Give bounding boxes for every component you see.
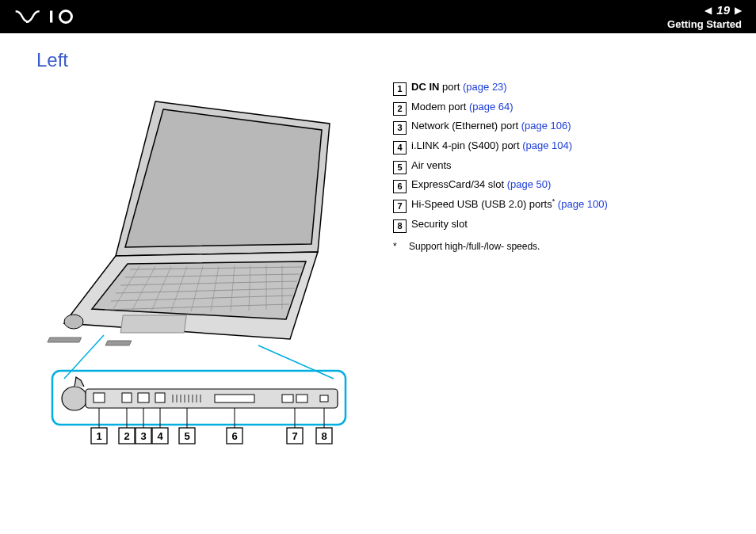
legend-item-7: 7 Hi-Speed USB (USB 2.0) ports* (page 10… [393,195,608,215]
callout-5: 5 [179,428,195,444]
svg-point-1 [60,11,72,23]
svg-text:2: 2 [124,430,129,442]
legend-item-1: 1 DC IN port (page 23) [393,78,608,97]
svg-text:5: 5 [184,430,189,442]
legend-item-6: 6 ExpressCard/34 slot (page 50) [393,175,608,195]
page-title: Left [36,49,393,71]
callout-4: 4 [152,428,168,444]
svg-rect-33 [155,393,165,402]
legend-list: 1 DC IN port (page 23) 2 Modem port (pag… [393,49,608,453]
legend-num: 8 [393,219,407,233]
legend-item-5: 5 Air vents [393,156,608,176]
vaio-logo [14,9,94,25]
page-link[interactable]: (page 106) [521,120,571,132]
callout-8: 8 [316,428,332,444]
page-link[interactable]: (page 50) [507,178,552,190]
svg-rect-0 [50,11,52,23]
svg-text:3: 3 [140,430,146,442]
svg-rect-43 [282,395,293,402]
svg-point-28 [62,387,87,410]
svg-text:8: 8 [321,430,326,442]
laptop-diagram: 1 2 3 4 5 6 7 8 [36,86,353,453]
page-link[interactable]: (page 23) [463,81,507,93]
svg-text:1: 1 [96,430,101,442]
legend-text: Air vents [411,156,452,176]
legend-item-3: 3 Network (Ethernet) port (page 106) [393,116,608,136]
legend-num: 2 [393,102,407,116]
page-nav: ◀ 19 ▶ [667,3,742,17]
legend-text: Hi-Speed USB (USB 2.0) ports* (page 100) [411,195,608,215]
svg-rect-24 [105,341,132,345]
section-label: Getting Started [667,18,742,30]
legend-num: 6 [393,180,407,193]
legend-num: 1 [393,82,407,96]
legend-text: Network (Ethernet) port (page 106) [411,116,571,136]
svg-rect-45 [320,395,328,402]
header-right: ◀ 19 ▶ Getting Started [667,3,742,30]
callout-7: 7 [287,428,303,444]
left-column: Left [36,49,393,453]
svg-text:7: 7 [292,430,297,442]
page-link[interactable]: (page 104) [522,139,572,151]
legend-num: 3 [393,121,407,135]
svg-line-26 [258,345,334,379]
legend-text: i.LINK 4-pin (S400) port (page 104) [411,136,572,156]
footnote: *Support high-/full-/low- speeds. [393,238,608,256]
legend-text: DC IN port (page 23) [411,78,507,97]
header-bar: ◀ 19 ▶ Getting Started [0,0,756,33]
callout-3: 3 [136,428,151,444]
svg-rect-18 [120,315,186,333]
callout-1: 1 [91,428,107,444]
svg-rect-23 [48,338,82,342]
legend-text: Modem port (page 64) [411,97,514,117]
legend-item-8: 8 Security slot [393,215,608,235]
next-page-arrow[interactable]: ▶ [735,5,742,16]
legend-item-2: 2 Modem port (page 64) [393,97,608,117]
page-link[interactable]: (page 100) [555,198,608,210]
legend-text: Security slot [411,215,468,235]
svg-text:6: 6 [231,430,237,442]
svg-rect-31 [122,393,132,402]
callout-2: 2 [119,428,135,444]
legend-text: ExpressCard/34 slot (page 50) [411,175,551,195]
page-content: Left [0,33,756,453]
svg-rect-42 [215,395,254,402]
legend-num: 4 [393,141,407,154]
svg-rect-44 [296,395,307,402]
legend-num: 7 [393,200,407,213]
svg-text:4: 4 [157,430,163,442]
legend-item-4: 4 i.LINK 4-pin (S400) port (page 104) [393,136,608,156]
callout-6: 6 [227,428,242,444]
svg-point-19 [64,315,83,329]
page-link[interactable]: (page 64) [469,101,514,113]
page-number: 19 [716,3,730,17]
svg-rect-32 [138,393,149,402]
svg-rect-30 [94,393,105,402]
legend-num: 5 [393,161,407,174]
prev-page-arrow[interactable]: ◀ [704,5,712,16]
